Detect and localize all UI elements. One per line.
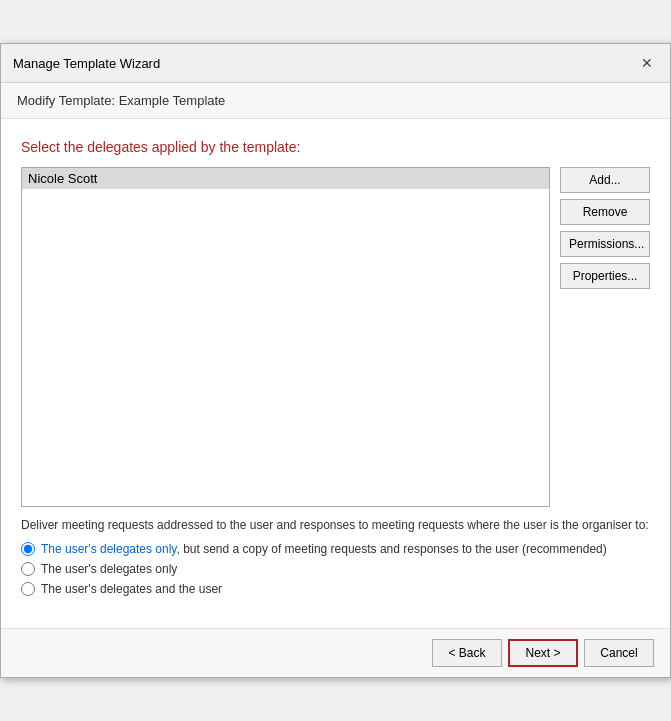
dialog-title: Manage Template Wizard <box>13 56 160 71</box>
cancel-button[interactable]: Cancel <box>584 639 654 667</box>
radio-input-1[interactable] <box>21 542 35 556</box>
section-title: Select the delegates applied by the temp… <box>21 139 650 155</box>
subtitle-text: Modify Template: Example Template <box>17 93 225 108</box>
radio-input-3[interactable] <box>21 582 35 596</box>
delegates-area: Nicole Scott Add... Remove Permissions..… <box>21 167 650 507</box>
add-button[interactable]: Add... <box>560 167 650 193</box>
permissions-button[interactable]: Permissions... <box>560 231 650 257</box>
radio3-label: The user's delegates and the user <box>41 582 222 596</box>
radio1-label-extra: , but send a copy of meeting requests an… <box>176 542 606 556</box>
action-buttons: Add... Remove Permissions... Properties.… <box>560 167 650 507</box>
properties-button[interactable]: Properties... <box>560 263 650 289</box>
radio2-label: The user's delegates only <box>41 562 177 576</box>
manage-template-wizard: Manage Template Wizard ✕ Modify Template… <box>0 43 671 678</box>
radio1-label-main: The user's delegates only <box>41 542 176 556</box>
radio-option-3[interactable]: The user's delegates and the user <box>21 582 650 596</box>
remove-button[interactable]: Remove <box>560 199 650 225</box>
subtitle-bar: Modify Template: Example Template <box>1 83 670 119</box>
delegates-list[interactable]: Nicole Scott <box>21 167 550 507</box>
delegate-item[interactable]: Nicole Scott <box>22 168 549 189</box>
title-bar: Manage Template Wizard ✕ <box>1 44 670 83</box>
next-button[interactable]: Next > <box>508 639 578 667</box>
content-area: Select the delegates applied by the temp… <box>1 119 670 628</box>
radio-group: The user's delegates only, but send a co… <box>21 542 650 596</box>
radio-option-2[interactable]: The user's delegates only <box>21 562 650 576</box>
back-button[interactable]: < Back <box>432 639 502 667</box>
description-text: Deliver meeting requests addressed to th… <box>21 517 650 534</box>
footer: < Back Next > Cancel <box>1 628 670 677</box>
radio-option-1[interactable]: The user's delegates only, but send a co… <box>21 542 650 556</box>
radio-input-2[interactable] <box>21 562 35 576</box>
close-button[interactable]: ✕ <box>636 52 658 74</box>
